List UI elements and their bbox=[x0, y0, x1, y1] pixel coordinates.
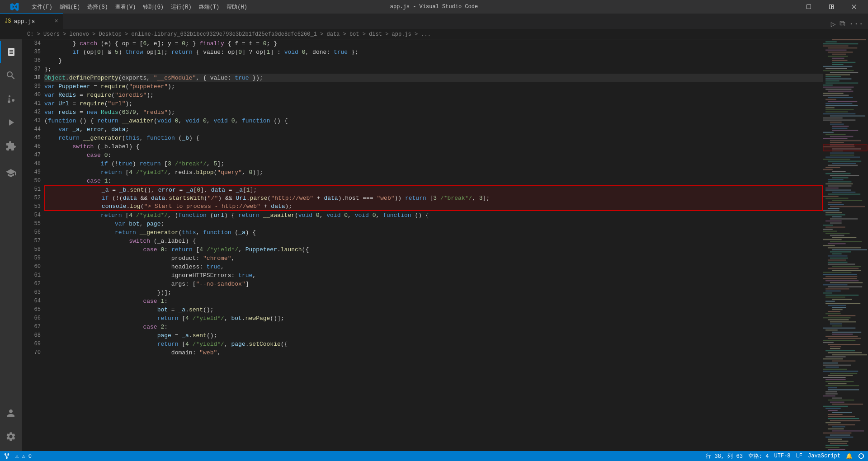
code-line-60: headless: true, bbox=[44, 263, 823, 271]
line-num-65: 65 bbox=[22, 306, 41, 314]
code-line-51: _a = _b.sent(), error = _a[0], data = _a… bbox=[44, 185, 823, 194]
settings-icon[interactable] bbox=[0, 426, 22, 447]
window-controls bbox=[776, 0, 864, 14]
code-line-63: })]; bbox=[44, 288, 823, 297]
line-num-50: 50 bbox=[22, 177, 41, 185]
code-line-34: } catch (e) { op = [6, e]; y = 0; } fina… bbox=[44, 39, 823, 48]
extensions-icon[interactable] bbox=[0, 135, 22, 157]
split-editor-icon[interactable]: ⧉ bbox=[840, 19, 845, 28]
code-line-64: case 1: bbox=[44, 297, 823, 306]
run-icon[interactable]: ▷ bbox=[831, 19, 836, 29]
more-actions-icon[interactable]: ··· bbox=[849, 19, 863, 28]
minimize-button[interactable] bbox=[776, 0, 797, 14]
menu-bar: 文件(F) 编辑(E) 选择(S) 查看(V) 转到(G) 运行(R) 终端(T… bbox=[29, 2, 250, 12]
layout-button[interactable] bbox=[821, 0, 842, 14]
editor-area: 34 35 36 37 38 39 40 41 42 43 44 45 46 4… bbox=[22, 39, 868, 451]
code-line-52: if (!(data && data.startsWith("/") && Ur… bbox=[44, 194, 823, 202]
code-line-55: var bot, page; bbox=[44, 220, 823, 228]
status-encoding[interactable]: UTF-8 bbox=[774, 453, 791, 459]
code-line-49: return [4 /*yield*/, redis.blpop("query"… bbox=[44, 168, 823, 177]
line-num-52: 52 bbox=[22, 194, 41, 202]
remote-explorer-icon[interactable] bbox=[0, 162, 22, 184]
code-line-69: return [4 /*yield*/, page.setCookie({ bbox=[44, 340, 823, 348]
line-num-61: 61 bbox=[22, 271, 41, 280]
line-num-49: 49 bbox=[22, 168, 41, 177]
line-num-42: 42 bbox=[22, 108, 41, 117]
status-error-icon: ⚠ bbox=[15, 453, 19, 460]
svg-rect-1 bbox=[807, 5, 811, 9]
menu-terminal[interactable]: 终端(T) bbox=[196, 2, 222, 12]
line-num-35: 35 bbox=[22, 48, 41, 56]
activity-bar-bottom bbox=[0, 402, 22, 451]
menu-select[interactable]: 选择(S) bbox=[85, 2, 111, 12]
status-errors[interactable]: ⚠ ⚠ 0 bbox=[15, 453, 32, 460]
status-remote[interactable] bbox=[858, 453, 864, 459]
menu-view[interactable]: 查看(V) bbox=[113, 2, 139, 12]
code-line-43: (function () { return __awaiter(void 0, … bbox=[44, 117, 823, 125]
svg-rect-2 bbox=[830, 5, 831, 9]
code-line-57: switch (_a.label) { bbox=[44, 237, 823, 245]
code-line-40: var Redis = require("ioredis"); bbox=[44, 91, 823, 99]
status-eol[interactable]: LF bbox=[796, 453, 802, 459]
line-num-60: 60 bbox=[22, 263, 41, 271]
line-num-69: 69 bbox=[22, 340, 41, 348]
activity-bar bbox=[0, 39, 22, 451]
search-icon[interactable] bbox=[0, 65, 22, 86]
account-icon[interactable] bbox=[0, 402, 22, 424]
breadcrumb: C: > Users > lenovo > Desktop > online-l… bbox=[0, 29, 868, 39]
status-language[interactable]: JavaScript bbox=[808, 453, 840, 459]
breadcrumb-path: C: > Users > lenovo > Desktop > online-l… bbox=[27, 31, 431, 38]
status-feedback[interactable]: 🔔 bbox=[846, 453, 853, 460]
menu-run[interactable]: 运行(R) bbox=[168, 2, 194, 12]
title-bar-left: 文件(F) 编辑(E) 选择(S) 查看(V) 转到(G) 运行(R) 终端(T… bbox=[4, 0, 250, 14]
line-num-66: 66 bbox=[22, 314, 41, 323]
code-editor[interactable]: 34 35 36 37 38 39 40 41 42 43 44 45 46 4… bbox=[22, 39, 823, 451]
line-num-56: 56 bbox=[22, 228, 41, 237]
line-num-54: 54 bbox=[22, 211, 41, 220]
status-branch[interactable] bbox=[4, 453, 10, 459]
tab-appjs[interactable]: JS app.js × bbox=[0, 13, 63, 29]
line-num-37: 37 bbox=[22, 65, 41, 74]
code-line-70: domain: "web", bbox=[44, 348, 823, 357]
code-line-48: if (!true) return [3 /*break*/, 5]; bbox=[44, 160, 823, 168]
tab-close-button[interactable]: × bbox=[55, 18, 58, 25]
line-num-59: 59 bbox=[22, 254, 41, 263]
line-num-34: 34 bbox=[22, 39, 41, 48]
line-num-57: 57 bbox=[22, 237, 41, 245]
menu-edit[interactable]: 编辑(E) bbox=[57, 2, 83, 12]
code-line-35: if (op[0] & 5) throw op[1]; return { val… bbox=[44, 48, 823, 56]
status-bar: ⚠ ⚠ 0 行 38, 列 63 空格: 4 UTF-8 LF JavaScri… bbox=[0, 451, 868, 461]
line-num-46: 46 bbox=[22, 142, 41, 151]
line-num-36: 36 bbox=[22, 56, 41, 65]
menu-help[interactable]: 帮助(H) bbox=[224, 2, 250, 12]
minimap-canvas bbox=[823, 39, 868, 451]
line-num-44: 44 bbox=[22, 125, 41, 134]
line-num-40: 40 bbox=[22, 91, 41, 99]
maximize-button[interactable] bbox=[798, 0, 819, 14]
svg-rect-0 bbox=[784, 7, 788, 7]
line-num-38: 38 bbox=[22, 74, 41, 82]
code-line-54: return [4 /*yield*/, (function (url) { r… bbox=[44, 211, 823, 220]
code-line-39: var Puppeteer = require("puppeteer"); bbox=[44, 82, 823, 91]
menu-goto[interactable]: 转到(G) bbox=[140, 2, 166, 12]
status-spaces[interactable]: 空格: 4 bbox=[748, 452, 769, 460]
close-button[interactable] bbox=[844, 0, 864, 14]
explorer-icon[interactable] bbox=[0, 41, 22, 63]
code-content: } catch (e) { op = [6, e]; y = 0; } fina… bbox=[44, 39, 823, 451]
line-num-48: 48 bbox=[22, 160, 41, 168]
status-line-col[interactable]: 行 38, 列 63 bbox=[706, 452, 743, 460]
code-line-61: ignoreHTTPSErrors: true, bbox=[44, 271, 823, 280]
status-error-count: ⚠ 0 bbox=[22, 453, 32, 460]
code-line-66: return [4 /*yield*/, bot.newPage()]; bbox=[44, 314, 823, 323]
line-num-47: 47 bbox=[22, 151, 41, 160]
code-line-65: bot = _a.sent(); bbox=[44, 306, 823, 314]
code-line-38: Object.defineProperty(exports, "__esModu… bbox=[44, 74, 823, 82]
line-num-67: 67 bbox=[22, 323, 41, 331]
menu-file[interactable]: 文件(F) bbox=[29, 2, 55, 12]
line-num-43: 43 bbox=[22, 117, 41, 125]
line-num-51: 51 bbox=[22, 185, 41, 194]
source-control-icon[interactable] bbox=[0, 88, 22, 110]
line-num-63: 63 bbox=[22, 288, 41, 297]
run-debug-icon[interactable] bbox=[0, 112, 22, 133]
code-line-67: case 2: bbox=[44, 323, 823, 331]
